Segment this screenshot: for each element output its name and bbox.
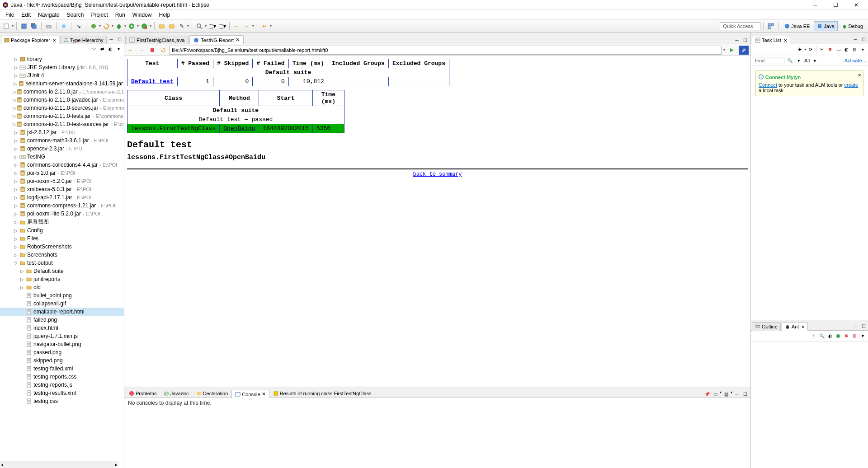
- ant-minimize-button[interactable]: ─: [852, 322, 859, 329]
- tree-row[interactable]: skipped.png: [0, 356, 124, 365]
- editor-tab-testng[interactable]: TestNG Report ✕: [189, 35, 244, 44]
- tree-row[interactable]: jquery-1.7.1.min.js: [0, 332, 124, 340]
- find-search-icon[interactable]: 🔍: [786, 57, 793, 64]
- focus-task-button[interactable]: ◐: [107, 46, 114, 53]
- tree-row[interactable]: collapseall.gif: [0, 300, 124, 308]
- tree-arrow-icon[interactable]: ▷: [13, 253, 19, 257]
- tree-row[interactable]: ▷library: [0, 55, 124, 63]
- default-test-link[interactable]: Default test: [131, 78, 174, 85]
- open-console-button[interactable]: ▤: [722, 390, 730, 398]
- link-editor-button[interactable]: ⇄: [99, 46, 106, 53]
- tree-arrow-icon[interactable]: ▷: [13, 171, 19, 176]
- perspective-java[interactable]: Java: [814, 21, 837, 31]
- ant-add-button[interactable]: +: [810, 332, 817, 340]
- results-tab[interactable]: Results of running class FirstTestNgClas…: [269, 389, 375, 398]
- browser-external-button[interactable]: ⇗: [739, 46, 749, 55]
- display-console-button[interactable]: ▭: [712, 390, 719, 398]
- console-minimize-button[interactable]: ─: [733, 390, 741, 398]
- editor-maximize-button[interactable]: ☐: [741, 37, 749, 44]
- type-hierarchy-tab[interactable]: Type Hierarchy: [60, 36, 107, 44]
- sync-button[interactable]: ⟳: [807, 46, 814, 53]
- tree-arrow-icon[interactable]: ▷: [13, 130, 19, 135]
- tree-arrow-icon[interactable]: ▷: [13, 195, 19, 200]
- perspective-javaee[interactable]: Java EE: [781, 21, 813, 31]
- tree-arrow-icon[interactable]: ▷: [13, 187, 19, 192]
- ant-remove-button[interactable]: ✖: [843, 332, 850, 340]
- new-package-button[interactable]: [157, 22, 166, 31]
- tree-row[interactable]: ▷poi-5.2.0.jar- E:\POI: [0, 169, 124, 177]
- view-maximize-button[interactable]: ☐: [116, 36, 123, 43]
- tree-row[interactable]: ▽test-output: [0, 259, 124, 267]
- tree-row[interactable]: ▷poi-ooxml-5.2.0.jar- E:\POI: [0, 177, 124, 185]
- close-console-icon[interactable]: ✕: [262, 391, 266, 397]
- browser-url-input[interactable]: [170, 46, 722, 55]
- menu-help[interactable]: Help: [156, 11, 174, 19]
- pin-cursor-button[interactable]: ↘: [74, 22, 83, 31]
- tree-row[interactable]: index.html: [0, 324, 124, 332]
- tree-row[interactable]: ▷Config: [0, 226, 124, 234]
- tree-arrow-icon[interactable]: ▷: [13, 106, 16, 111]
- tree-row[interactable]: ▷commons-io-2.11.0-test-sources.jar- E:\…: [0, 120, 124, 128]
- close-window-button[interactable]: ✕: [846, 0, 866, 10]
- tree-row[interactable]: ▷commons-io-2.11.0-javadoc.jar- E:\commo…: [0, 96, 124, 104]
- nav-dropdown2[interactable]: ⬚▾: [217, 22, 226, 31]
- javadoc-tab[interactable]: @Javadoc: [160, 389, 192, 398]
- package-explorer-tab[interactable]: Package Explorer ✕: [1, 36, 59, 44]
- menu-window[interactable]: Window: [129, 11, 156, 19]
- tasklist-menu-button[interactable]: ▾: [859, 46, 866, 53]
- wand-button[interactable]: ✎: [177, 22, 186, 31]
- tree-arrow-icon[interactable]: ▷: [13, 211, 19, 216]
- debug-button[interactable]: [89, 22, 98, 31]
- tree-row[interactable]: ▷commons-io-2.11.0.jar- E:\commons-io-2.…: [0, 88, 124, 96]
- run-ext-button[interactable]: [140, 22, 149, 31]
- tree-row[interactable]: testng-reports.css: [0, 373, 124, 381]
- tree-arrow-icon[interactable]: ▷: [13, 65, 19, 70]
- menu-edit[interactable]: Edit: [18, 11, 34, 19]
- forward-button[interactable]: →: [242, 22, 251, 31]
- tree-row[interactable]: ▷xmlbeans-5.0.3.jar- E:\POI: [0, 185, 124, 193]
- browser-stop-button[interactable]: [148, 46, 157, 55]
- open-perspective-button[interactable]: [766, 22, 775, 31]
- tree-row[interactable]: ▷commons-math3-3.6.1.jar- E:\POI: [0, 136, 124, 145]
- run-button[interactable]: [127, 22, 136, 31]
- tree-row[interactable]: ▷selenium-server-standalone-3.141.59.jar: [0, 80, 124, 88]
- tree-row[interactable]: ▷commons-collections4-4.4.jar- E:\POI: [0, 161, 124, 169]
- tree-row[interactable]: ▷Default suite: [0, 267, 124, 275]
- tree-arrow-icon[interactable]: ▷: [13, 81, 18, 86]
- browser-go-button[interactable]: [727, 46, 737, 55]
- menu-project[interactable]: Project: [87, 11, 111, 19]
- editor-minimize-button[interactable]: ─: [733, 37, 741, 44]
- ant-menu-button[interactable]: ▾: [859, 332, 866, 340]
- ant-search-button[interactable]: 🔍: [818, 332, 826, 340]
- tree-row[interactable]: ▷old: [0, 283, 124, 291]
- tasklist-maximize-button[interactable]: ☐: [860, 36, 867, 43]
- tree-row[interactable]: ▷Screenshots: [0, 251, 124, 259]
- quick-access-input[interactable]: Quick Access: [720, 22, 760, 30]
- tree-arrow-icon[interactable]: ▷: [13, 154, 19, 159]
- new-class-button[interactable]: [167, 22, 176, 31]
- nav-prev-button[interactable]: ▸: [811, 57, 819, 64]
- view-menu-button[interactable]: ▾: [115, 46, 122, 53]
- ant-removeall-button[interactable]: ⊠: [851, 332, 858, 340]
- tree-arrow-icon[interactable]: ▷: [13, 244, 19, 249]
- tree-row[interactable]: ▷TestNG: [0, 153, 124, 161]
- collapse-all-tasks-button[interactable]: ⊟: [851, 46, 858, 53]
- view-minimize-button[interactable]: ─: [108, 36, 115, 43]
- tree-row[interactable]: testng-reports.js: [0, 381, 124, 389]
- tree-row[interactable]: ▷commons-compress-1.21.jar- E:\POI: [0, 201, 124, 210]
- tree-arrow-icon[interactable]: ▷: [13, 89, 16, 94]
- close-tab-icon[interactable]: ✕: [236, 37, 240, 43]
- tree-row[interactable]: failed.png: [0, 316, 124, 324]
- nav-dropdown1[interactable]: ⬚▾: [208, 22, 217, 31]
- mylyn-create-link[interactable]: create: [844, 82, 859, 88]
- console-tab[interactable]: Console✕: [231, 390, 269, 398]
- ant-run-button[interactable]: [835, 332, 842, 340]
- tree-row[interactable]: bullet_point.png: [0, 291, 124, 300]
- back-to-summary-link[interactable]: back to summary: [127, 171, 748, 178]
- menu-navigate[interactable]: Navigate: [34, 11, 63, 19]
- focus-button[interactable]: ◐: [843, 46, 850, 53]
- tag-button[interactable]: ▭: [835, 46, 842, 53]
- tree-arrow-icon[interactable]: ▷: [13, 179, 19, 184]
- ant-hide-button[interactable]: ◐: [826, 332, 834, 340]
- ant-tab[interactable]: Ant ✕: [782, 322, 808, 331]
